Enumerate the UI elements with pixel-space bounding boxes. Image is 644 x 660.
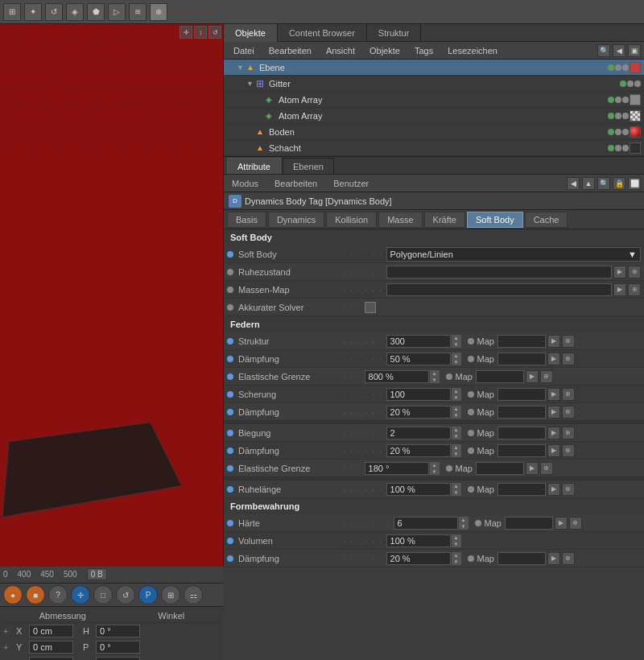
spinner-up-daempfung3[interactable]: ▲: [452, 444, 461, 451]
spinner-up-scherung[interactable]: ▲: [452, 388, 461, 394]
map-nav-elastisch2[interactable]: ▶: [526, 462, 539, 475]
tool-icon-2[interactable]: ✦: [24, 3, 42, 21]
prop-dot-haerte[interactable]: [227, 520, 233, 526]
mat-ebene[interactable]: [630, 62, 641, 73]
viewport-nav-zoom[interactable]: ↕: [194, 26, 207, 39]
viewport[interactable]: ✛ ↕ ↺: [0, 24, 224, 567]
menu-search-icon[interactable]: 🔍: [597, 44, 610, 57]
prop-nav-massenmap[interactable]: ▶: [613, 283, 626, 296]
prop-nav2-ruhezustand[interactable]: ⊕: [628, 266, 641, 278]
prop-input-ruhel[interactable]: [386, 483, 451, 496]
tab-struktur[interactable]: Struktur: [367, 24, 422, 42]
menu-datei[interactable]: Datei: [227, 44, 261, 57]
prop-input-biegung[interactable]: [386, 427, 451, 439]
prop-input-scherung[interactable]: [386, 388, 451, 401]
map-nav-daempfung4[interactable]: ▶: [547, 552, 560, 565]
map-dot-daempfung2[interactable]: [468, 409, 474, 415]
prop-dot-ruhezustand[interactable]: [227, 269, 233, 275]
spinner-up-ruhel[interactable]: ▲: [452, 483, 461, 489]
prop-dot-elastisch1[interactable]: [227, 373, 233, 380]
map-input-elastisch1[interactable]: [476, 370, 524, 383]
viewport-nav-move[interactable]: ✛: [180, 26, 192, 39]
prop-dot-struktur[interactable]: [227, 338, 233, 344]
object-row-gitter[interactable]: ▼ ⊞ Gitter: [224, 76, 644, 92]
menu-objekte[interactable]: Objekte: [363, 44, 407, 57]
mat-atom2[interactable]: [630, 110, 641, 122]
map-input-ruhel[interactable]: [497, 483, 546, 496]
dot3-schacht[interactable]: [622, 145, 629, 151]
map-nav2-daempfung1[interactable]: ⊕: [562, 353, 575, 365]
map-nav-daempfung2[interactable]: ▶: [547, 406, 560, 419]
dot2-schacht[interactable]: [615, 145, 621, 151]
spinner-up-volumen[interactable]: ▲: [452, 534, 461, 541]
tool-icon-8[interactable]: ⊕: [150, 3, 167, 21]
map-input-struktur[interactable]: [497, 335, 546, 348]
spinner-up-elastisch1[interactable]: ▲: [430, 370, 440, 377]
tool-icon-5[interactable]: ⬟: [87, 3, 105, 21]
body-tab-masse[interactable]: Masse: [378, 212, 422, 228]
map-input-scherung[interactable]: [497, 388, 546, 401]
dot2-atom2[interactable]: [615, 113, 621, 119]
expand-ebene[interactable]: ▼: [237, 64, 246, 72]
dot2-atom1[interactable]: [615, 97, 621, 103]
map-dot-daempfung4[interactable]: [468, 555, 474, 562]
body-tab-basis[interactable]: Basis: [227, 212, 266, 228]
map-nav2-scherung[interactable]: ⊕: [562, 388, 575, 401]
prop-dot-volumen[interactable]: [227, 538, 233, 544]
map-nav-scherung[interactable]: ▶: [547, 388, 560, 401]
prop-input-daempfung2[interactable]: [386, 406, 451, 419]
menu-lesezeichen[interactable]: Lesezeichen: [441, 44, 504, 57]
spinner-down-volumen[interactable]: ▼: [452, 541, 461, 547]
tool-icon-4[interactable]: ◈: [66, 3, 84, 21]
prop-dot-daempfung4[interactable]: [227, 555, 233, 562]
spinner-up-elastisch2[interactable]: ▲: [430, 462, 440, 468]
prop-dot-ruhel[interactable]: [227, 486, 233, 493]
body-tab-kraefte[interactable]: Kräfte: [424, 212, 465, 228]
btm-icon-move[interactable]: ✛: [71, 585, 90, 604]
tool-icon-7[interactable]: ≋: [129, 3, 147, 21]
dot-ebene[interactable]: [608, 64, 614, 71]
mat-atom1[interactable]: [630, 94, 641, 105]
map-dot-elastisch1[interactable]: [446, 373, 452, 380]
spinner-down-biegung[interactable]: ▼: [452, 433, 461, 439]
spinner-down-daempfung2[interactable]: ▼: [452, 412, 461, 419]
map-dot-biegung[interactable]: [468, 430, 474, 436]
btm-icon-stop[interactable]: ■: [26, 585, 45, 604]
map-nav-haerte[interactable]: ▶: [555, 517, 568, 530]
attr-search-icon[interactable]: 🔍: [597, 177, 610, 190]
map-dot-elastisch2[interactable]: [446, 465, 452, 472]
btm-icon-extra[interactable]: ⚏: [184, 585, 203, 604]
dot-schacht[interactable]: [608, 145, 614, 151]
spinner-up-haerte[interactable]: ▲: [459, 517, 469, 523]
spinner-down-elastisch2[interactable]: ▼: [430, 468, 440, 475]
map-input-daempfung1[interactable]: [497, 353, 546, 365]
attr-tab-ebenen[interactable]: Ebenen: [283, 158, 334, 174]
dot-gitter[interactable]: [620, 80, 626, 87]
tool-icon-6[interactable]: ▷: [108, 3, 126, 21]
object-row-atom2[interactable]: ◈ Atom Array: [224, 108, 644, 124]
prop-dot-daempfung3[interactable]: [227, 448, 233, 454]
prop-dot-elastisch2[interactable]: [227, 465, 233, 472]
prop-dot-softbody-type[interactable]: [227, 251, 233, 258]
spinner-up-biegung[interactable]: ▲: [452, 427, 461, 433]
prop-dot-biegung[interactable]: [227, 430, 233, 436]
spinner-down-daempfung3[interactable]: ▼: [452, 451, 461, 457]
map-nav2-struktur[interactable]: ⊕: [562, 335, 575, 348]
map-nav2-daempfung4[interactable]: ⊕: [562, 552, 575, 565]
menu-ansicht[interactable]: Ansicht: [320, 44, 361, 57]
menu-back-icon[interactable]: ◀: [613, 44, 625, 57]
btm-icon-grid[interactable]: ⊞: [161, 585, 180, 604]
dot2-ebene[interactable]: [615, 64, 621, 71]
coord-input-b[interactable]: [96, 657, 140, 660]
prop-input-massenmap[interactable]: [386, 283, 612, 296]
spinner-up-daempfung4[interactable]: ▲: [452, 552, 461, 559]
dot3-gitter[interactable]: [634, 80, 641, 87]
submenu-bearbeiten[interactable]: Bearbeiten: [270, 177, 322, 190]
spinner-up-struktur[interactable]: ▲: [452, 335, 461, 341]
map-nav-struktur[interactable]: ▶: [547, 335, 560, 348]
menu-expand-icon[interactable]: ▣: [628, 44, 641, 57]
mat-schacht[interactable]: [630, 142, 641, 154]
object-row-schacht[interactable]: ▲ Schacht: [224, 140, 644, 156]
map-input-biegung[interactable]: [497, 427, 546, 439]
mat-boden[interactable]: [630, 126, 641, 138]
